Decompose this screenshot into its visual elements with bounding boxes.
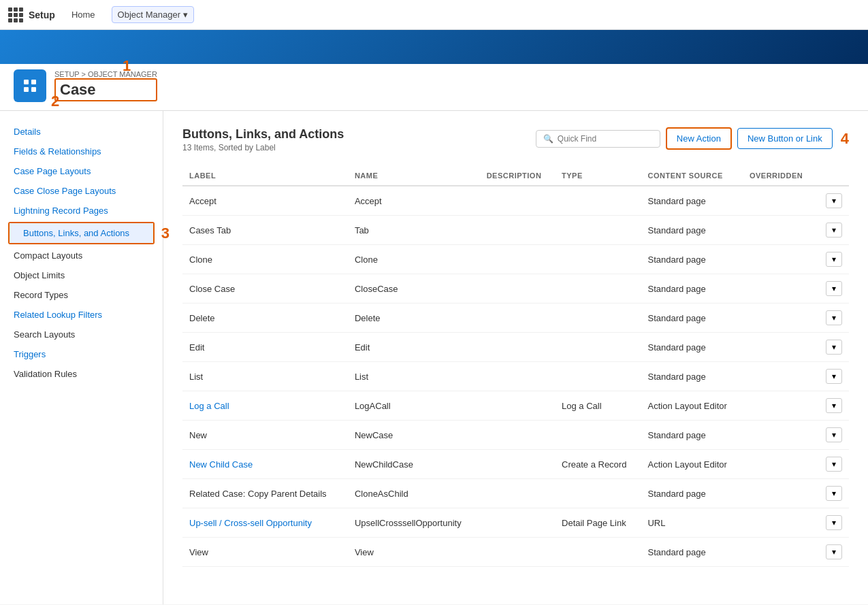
- cell-content-source: Action Layout Editor: [641, 450, 742, 479]
- sidebar-item-lightning-record[interactable]: Lightning Record Pages: [0, 201, 163, 220]
- cell-label: View: [182, 538, 348, 567]
- app-launcher[interactable]: Setup: [8, 7, 55, 22]
- cell-type: [555, 333, 641, 362]
- cell-type: Log a Call: [555, 391, 641, 421]
- cell-label: Related Case: Copy Parent Details: [182, 479, 348, 508]
- actions-table: LABEL NAME DESCRIPTION TYPE CONTENT SOUR…: [182, 166, 849, 567]
- search-input[interactable]: [558, 134, 653, 144]
- row-dropdown-button[interactable]: ▾: [826, 193, 842, 208]
- object-manager-nav[interactable]: Object Manager ▾: [112, 6, 195, 23]
- row-dropdown-button[interactable]: ▾: [826, 281, 842, 296]
- col-overridden: OVERRIDDEN: [743, 166, 816, 186]
- table-row: AcceptAcceptStandard page▾: [182, 186, 849, 216]
- cell-overridden: [743, 421, 816, 450]
- cell-type: [555, 186, 641, 216]
- new-button-or-link-button[interactable]: New Button or Link: [737, 128, 833, 149]
- row-dropdown-button[interactable]: ▾: [826, 544, 842, 559]
- cell-overridden: [743, 450, 816, 479]
- table-row: ViewViewStandard page▾: [182, 538, 849, 567]
- search-icon: 🔍: [543, 134, 553, 144]
- cell-description: [480, 421, 555, 450]
- cell-label: Edit: [182, 333, 348, 362]
- sidebar-item-buttons-box: Buttons, Links, and Actions: [8, 222, 155, 244]
- col-label: LABEL: [182, 166, 348, 186]
- home-nav[interactable]: Home: [66, 7, 101, 22]
- row-dropdown-button[interactable]: ▾: [826, 427, 842, 442]
- row-dropdown-button[interactable]: ▾: [826, 398, 842, 413]
- row-dropdown-button[interactable]: ▾: [826, 486, 842, 501]
- content-area: Buttons, Links, and Actions 13 Items, So…: [163, 111, 868, 604]
- cell-overridden: [743, 508, 816, 538]
- table-row: EditEditStandard page▾: [182, 333, 849, 362]
- cell-overridden: [743, 304, 816, 333]
- row-dropdown-button[interactable]: ▾: [826, 515, 842, 530]
- svg-rect-0: [24, 80, 29, 84]
- cell-overridden: [743, 362, 816, 391]
- row-dropdown-button[interactable]: ▾: [826, 223, 842, 238]
- cell-description: [480, 362, 555, 391]
- table-row: New Child CaseNewChildCaseCreate a Recor…: [182, 450, 849, 479]
- cell-overridden: [743, 245, 816, 274]
- cell-type: [555, 538, 641, 567]
- cell-content-source: Standard page: [641, 304, 742, 333]
- cell-type: [555, 479, 641, 508]
- cell-name: LogACall: [348, 391, 480, 421]
- row-dropdown-button[interactable]: ▾: [826, 369, 842, 384]
- cell-label: Close Case: [182, 274, 348, 304]
- content-subtitle: 13 Items, Sorted by Label: [182, 143, 344, 152]
- cell-label[interactable]: Up-sell / Cross-sell Opportunity: [182, 508, 348, 538]
- sidebar: Details Fields & Relationships Case Page…: [0, 111, 163, 604]
- sidebar-item-search-layouts[interactable]: Search Layouts: [0, 325, 163, 344]
- search-box: 🔍: [536, 130, 660, 148]
- new-action-button[interactable]: New Action: [666, 127, 732, 150]
- sidebar-item-validation[interactable]: Validation Rules: [0, 364, 163, 384]
- cell-label: New: [182, 421, 348, 450]
- cell-name: NewChildCase: [348, 450, 480, 479]
- cell-name: Edit: [348, 333, 480, 362]
- cell-overridden: [743, 274, 816, 304]
- sidebar-item-lookup-filters[interactable]: Related Lookup Filters: [0, 305, 163, 325]
- sidebar-item-case-close-layouts[interactable]: Case Close Page Layouts: [0, 181, 163, 201]
- cell-label: Cases Tab: [182, 216, 348, 245]
- cell-content-source: Action Layout Editor: [641, 391, 742, 421]
- object-name: Case: [54, 78, 157, 101]
- sidebar-item-details[interactable]: Details: [0, 122, 163, 142]
- row-dropdown-button[interactable]: ▾: [826, 340, 842, 355]
- cell-type: [555, 304, 641, 333]
- annotation-4: 4: [841, 130, 849, 148]
- cell-overridden: [743, 538, 816, 567]
- cell-content-source: Standard page: [641, 245, 742, 274]
- annotation-3: 3: [161, 225, 170, 242]
- cell-description: [480, 304, 555, 333]
- cell-content-source: Standard page: [641, 274, 742, 304]
- sidebar-item-record-types[interactable]: Record Types: [0, 285, 163, 305]
- cell-description: [480, 538, 555, 567]
- sidebar-item-fields[interactable]: Fields & Relationships: [0, 142, 163, 161]
- col-type: TYPE: [555, 166, 641, 186]
- row-dropdown-button[interactable]: ▾: [826, 310, 842, 325]
- cell-name: Clone: [348, 245, 480, 274]
- table-row: CloneCloneStandard page▾: [182, 245, 849, 274]
- sidebar-item-object-limits[interactable]: Object Limits: [0, 265, 163, 285]
- cell-overridden: [743, 216, 816, 245]
- svg-rect-1: [31, 80, 36, 84]
- content-header: Buttons, Links, and Actions 13 Items, So…: [182, 127, 849, 152]
- cell-description: [480, 450, 555, 479]
- sidebar-item-buttons[interactable]: Buttons, Links, and Actions: [10, 223, 153, 243]
- row-dropdown-button[interactable]: ▾: [826, 252, 842, 267]
- table-row: Up-sell / Cross-sell OpportunityUpsellCr…: [182, 508, 849, 538]
- sidebar-item-triggers[interactable]: Triggers: [0, 344, 163, 364]
- sidebar-item-case-page-layouts[interactable]: Case Page Layouts: [0, 161, 163, 181]
- row-dropdown-button[interactable]: ▾: [826, 457, 842, 472]
- sidebar-item-compact[interactable]: Compact Layouts: [0, 246, 163, 265]
- cell-name: Accept: [348, 186, 480, 216]
- annotation-1: 1: [123, 57, 131, 75]
- cell-name: List: [348, 362, 480, 391]
- cell-name: View: [348, 538, 480, 567]
- cell-type: [555, 421, 641, 450]
- cell-label[interactable]: Log a Call: [182, 391, 348, 421]
- cell-label[interactable]: New Child Case: [182, 450, 348, 479]
- setup-label: Setup: [29, 10, 55, 20]
- cell-name: CloneAsChild: [348, 479, 480, 508]
- cell-description: [480, 186, 555, 216]
